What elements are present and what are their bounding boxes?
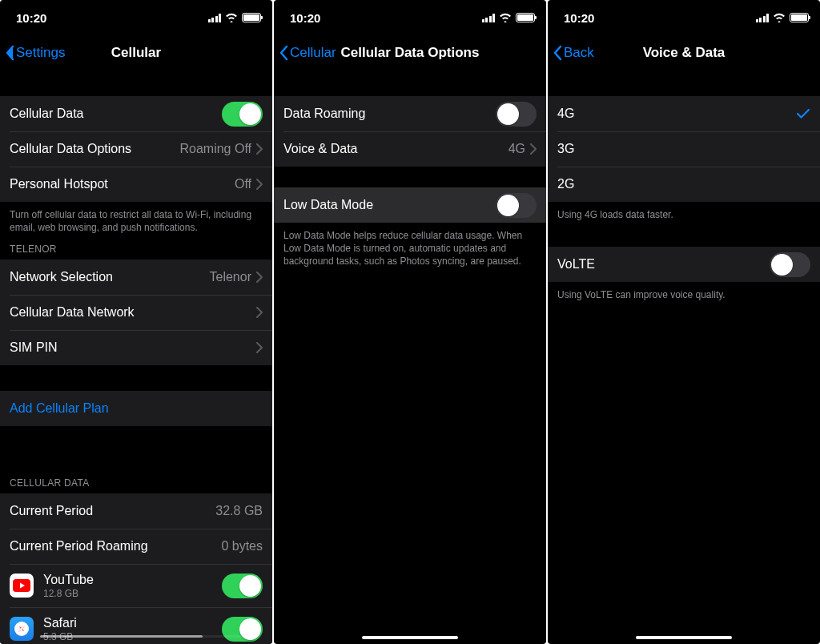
back-button[interactable]: Back (553, 45, 594, 61)
section-footer: Using 4G loads data faster. (548, 202, 820, 226)
row-low-data-mode[interactable]: Low Data Mode (274, 187, 546, 223)
toggle-volte[interactable] (770, 252, 810, 277)
toggle-cellular-data[interactable] (222, 102, 263, 127)
status-time: 10:20 (16, 11, 46, 25)
checkmark-icon (796, 108, 810, 119)
row-current-period-roaming: Current Period Roaming 0 bytes (0, 529, 272, 564)
toggle-data-roaming[interactable] (496, 102, 537, 127)
chevron-right-icon (256, 143, 263, 155)
chevron-right-icon (256, 272, 263, 283)
row-option-3g[interactable]: 3G (548, 131, 820, 167)
row-network-selection[interactable]: Network Selection Telenor (0, 260, 272, 295)
row-cellular-data[interactable]: Cellular Data (0, 96, 272, 131)
chevron-right-icon (256, 342, 263, 353)
nav-bar: Settings Cellular (0, 35, 272, 70)
screen-voice-and-data: 10:20 Back Voice & Data 4G 3G (548, 0, 820, 644)
back-button[interactable]: Settings (5, 45, 65, 61)
home-indicator[interactable] (636, 636, 732, 639)
section-footer: Turn off cellular data to restrict all d… (0, 202, 272, 239)
chevron-left-icon (5, 45, 14, 61)
nav-bar: Back Voice & Data (548, 35, 820, 70)
youtube-icon (10, 574, 34, 598)
row-app-youtube[interactable]: YouTube 12.8 GB (0, 564, 272, 607)
row-add-cellular-plan[interactable]: Add Cellular Plan (0, 391, 272, 426)
toggle-low-data-mode[interactable] (496, 193, 537, 218)
chevron-right-icon (256, 179, 263, 190)
row-volte[interactable]: VoLTE (548, 247, 820, 282)
toggle-app-safari[interactable] (222, 617, 263, 642)
section-header-data: CELLULAR DATA (0, 473, 272, 493)
status-time: 10:20 (290, 11, 320, 25)
section-header-carrier: TELENOR (0, 239, 272, 260)
signal-icon (482, 14, 496, 22)
screen-cellular: 10:20 Settings Cellular Cellular Data (0, 0, 272, 644)
battery-icon (516, 13, 535, 22)
home-indicator[interactable] (362, 636, 458, 639)
row-cellular-data-network[interactable]: Cellular Data Network (0, 295, 272, 330)
page-title: Voice & Data (643, 45, 726, 61)
battery-icon (790, 13, 809, 22)
page-title: Cellular (111, 45, 161, 61)
row-cellular-data-options[interactable]: Cellular Data Options Roaming Off (0, 131, 272, 167)
chevron-left-icon (279, 45, 288, 61)
row-current-period: Current Period 32.8 GB (0, 493, 272, 529)
status-bar: 10:20 (274, 0, 546, 35)
chevron-right-icon (256, 307, 263, 318)
chevron-right-icon (530, 143, 537, 155)
page-title: Cellular Data Options (341, 45, 480, 61)
wifi-icon (225, 13, 238, 22)
chevron-left-icon (553, 45, 562, 61)
section-footer: Low Data Mode helps reduce cellular data… (274, 223, 546, 273)
signal-icon (756, 14, 770, 22)
row-option-4g[interactable]: 4G (548, 96, 820, 131)
back-button[interactable]: Cellular (279, 45, 336, 61)
wifi-icon (773, 13, 786, 22)
wifi-icon (499, 13, 512, 22)
status-bar: 10:20 (0, 0, 272, 35)
status-time: 10:20 (564, 11, 594, 25)
toggle-app-youtube[interactable] (222, 574, 263, 598)
horizontal-scroll-indicator (40, 635, 248, 638)
section-footer: Using VoLTE can improve voice quality. (548, 282, 820, 306)
row-personal-hotspot[interactable]: Personal Hotspot Off (0, 167, 272, 202)
screen-cellular-data-options: 10:20 Cellular Cellular Data Options Dat… (274, 0, 546, 644)
row-sim-pin[interactable]: SIM PIN (0, 330, 272, 365)
status-bar: 10:20 (548, 0, 820, 35)
safari-icon (10, 617, 34, 641)
row-data-roaming[interactable]: Data Roaming (274, 96, 546, 131)
row-app-safari[interactable]: Safari 5.3 GB (0, 607, 272, 644)
battery-icon (242, 13, 261, 22)
row-option-2g[interactable]: 2G (548, 167, 820, 202)
nav-bar: Cellular Cellular Data Options (274, 35, 546, 70)
row-voice-and-data[interactable]: Voice & Data 4G (274, 131, 546, 167)
signal-icon (208, 14, 222, 22)
